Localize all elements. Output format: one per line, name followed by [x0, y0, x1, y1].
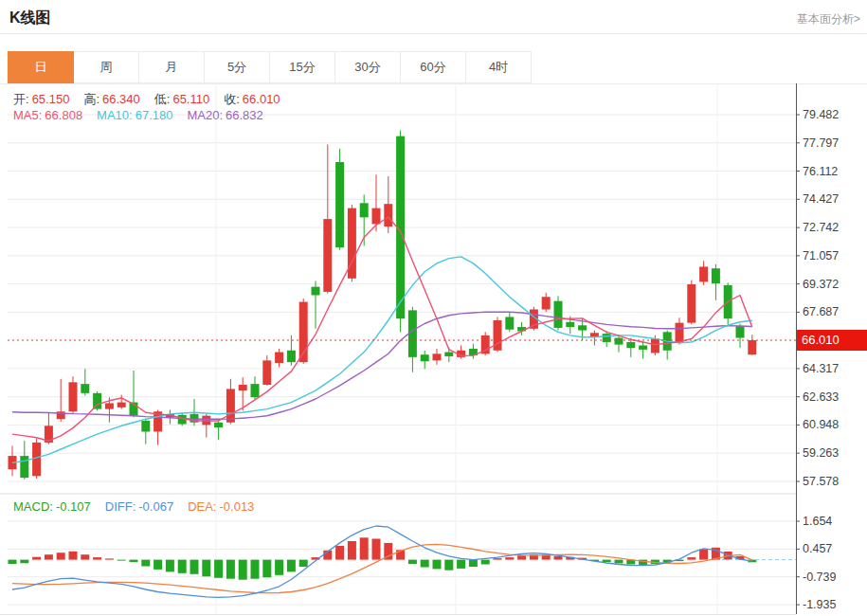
fundamental-analysis-link[interactable]: 基本面分析> — [797, 11, 860, 27]
interval-tab-15分[interactable]: 15分 — [270, 51, 335, 83]
page-title: K线图 — [9, 9, 51, 28]
gridlines: 79.48277.79776.11274.42772.74271.05769.3… — [8, 83, 839, 614]
price-axis-label: 79.482 — [803, 108, 839, 121]
price-axis-label: 71.057 — [803, 249, 839, 263]
price-axis-label: 69.372 — [803, 278, 839, 291]
price-axis-label: 62.633 — [803, 390, 839, 404]
price-axis-label: 74.427 — [803, 192, 839, 206]
candles-group — [9, 130, 757, 479]
kline-chart[interactable]: 79.48277.79776.11274.42772.74271.05769.3… — [0, 0, 867, 616]
ma10-line — [12, 257, 752, 462]
kline-widget: K线图 基本面分析> 日周月5分15分30分60分4时 开:65.150高:66… — [0, 0, 867, 616]
interval-tab-4时[interactable]: 4时 — [466, 51, 532, 83]
price-axis-label: 77.797 — [803, 136, 839, 150]
price-axis-label: 72.742 — [803, 221, 839, 234]
interval-tab-月[interactable]: 月 — [139, 51, 205, 83]
current-price-tag: 66.010 — [797, 330, 867, 351]
interval-tab-日[interactable]: 日 — [8, 51, 74, 83]
macd-axis-label: 0.457 — [803, 542, 832, 555]
price-axis-label: 59.263 — [803, 446, 839, 460]
interval-tab-5分[interactable]: 5分 — [205, 51, 270, 83]
price-axis-label: 60.948 — [803, 418, 839, 431]
macd-axis-label: -0.739 — [803, 571, 836, 584]
interval-tab-30分[interactable]: 30分 — [335, 51, 401, 83]
price-axis-label: 57.578 — [803, 475, 839, 488]
dea-line — [12, 544, 752, 592]
price-axis-label: 76.112 — [803, 165, 838, 178]
price-axis-label: 64.317 — [803, 362, 839, 375]
macd-axis-label: -1.935 — [803, 598, 836, 611]
interval-tab-60分[interactable]: 60分 — [401, 51, 466, 83]
interval-tabs: 日周月5分15分30分60分4时 — [8, 51, 532, 83]
macd-axis-label: 1.654 — [803, 515, 832, 528]
interval-tab-周[interactable]: 周 — [74, 51, 139, 83]
price-axis-label: 67.687 — [803, 305, 839, 318]
